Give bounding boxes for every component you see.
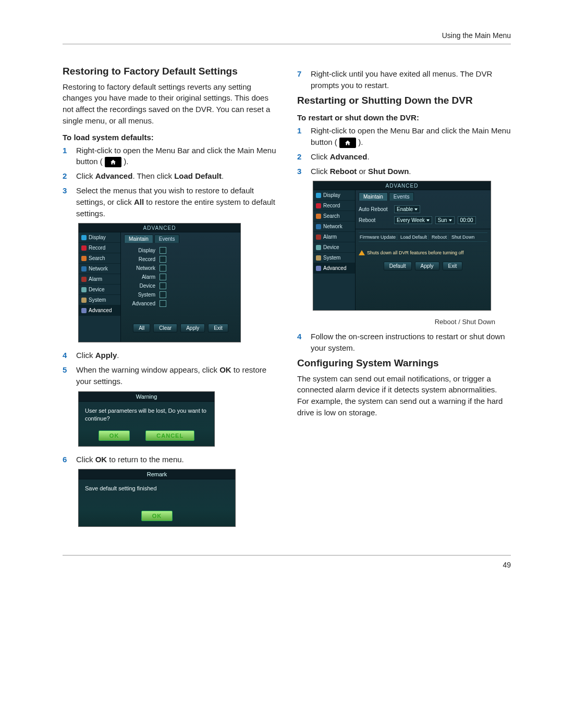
load-default-button[interactable]: Load Default — [399, 235, 429, 240]
ok-button[interactable]: OK — [141, 511, 173, 521]
advanced-icon — [81, 308, 87, 313]
checkbox-record[interactable] — [160, 256, 166, 263]
screenshot-warning-dialog: Warning User set parameters will be lost… — [78, 391, 215, 447]
screenshot-advanced-maintain: ADVANCED Display Record Search Network A… — [313, 181, 491, 311]
apply-button[interactable]: Apply — [180, 324, 205, 332]
step-1: 1 Right-click to open the Menu Bar and c… — [297, 125, 511, 148]
ok-button[interactable]: OK — [99, 430, 130, 441]
page-number: 49 — [63, 561, 511, 569]
auto-reboot-label: Auto Reboot — [359, 206, 391, 212]
checkbox-system[interactable] — [160, 291, 166, 298]
page: Using the Main Menu Restoring to Factory… — [0, 0, 563, 728]
step-text: Right-click to open the Menu Bar and cli… — [76, 145, 276, 168]
step-number: 5 — [63, 364, 70, 387]
subheading-load-defaults: To load system defaults: — [63, 133, 276, 142]
step-number: 1 — [297, 125, 304, 148]
step-1: 1 Right-click to open the Menu Bar and c… — [63, 145, 276, 168]
system-icon — [316, 255, 321, 261]
checkbox-alarm[interactable] — [160, 274, 166, 280]
left-column: Restoring to Factory Default Settings Re… — [63, 65, 276, 534]
figure-caption: Reboot / Shut Down — [297, 318, 495, 326]
record-icon — [81, 245, 87, 251]
step-number: 4 — [297, 331, 304, 354]
step-number: 3 — [63, 185, 70, 219]
device-icon — [81, 287, 87, 292]
chevron-down-icon — [426, 219, 430, 221]
advanced-main-panel: Maintain Events Auto Reboot Enable Reboo… — [356, 190, 491, 310]
remark-title: Remark — [79, 470, 235, 479]
remark-body: Save default setting finished — [79, 479, 235, 496]
subheading-restart-shutdown: To restart or shut down the DVR: — [297, 113, 511, 122]
step-number: 2 — [297, 151, 304, 163]
tab-maintain[interactable]: Maintain — [124, 235, 153, 243]
step-5: 5 When the warning window appears, click… — [63, 364, 276, 387]
tab-maintain[interactable]: Maintain — [359, 192, 388, 201]
step-7: 7 Right-click until you have exited all … — [297, 68, 511, 91]
warning-title: Warning — [79, 392, 214, 402]
bottom-rule — [63, 555, 511, 556]
two-column-layout: Restoring to Factory Default Settings Re… — [63, 65, 511, 534]
function-buttons-row: Firmware Update Load Default Reboot Shut… — [359, 232, 487, 242]
step-text: Select the menus that you wish to restor… — [76, 185, 276, 219]
reboot-day-dropdown[interactable]: Sun — [435, 216, 455, 224]
step-number: 1 — [63, 145, 70, 168]
display-icon — [81, 235, 87, 240]
right-column: 7 Right-click until you have exited all … — [297, 65, 511, 534]
home-icon — [339, 138, 356, 148]
screenshot-remark-dialog: Remark Save default setting finished OK — [78, 469, 236, 526]
all-button[interactable]: All — [133, 324, 150, 332]
step-2: 2 Click Advanced. Then click Load Defaul… — [63, 170, 276, 182]
checkbox-network[interactable] — [160, 265, 166, 272]
device-icon — [316, 245, 321, 250]
dialog-title: ADVANCED — [313, 181, 491, 190]
step-number: 6 — [63, 454, 70, 465]
advanced-main-panel: Maintain Events Display Record Network A… — [121, 232, 240, 342]
checkbox-display[interactable] — [160, 247, 166, 254]
step-6: 6 Click OK to return to the menu. — [63, 454, 276, 465]
step-3: 3 Select the menus that you wish to rest… — [63, 185, 276, 219]
heading-system-warnings: Configuring System Warnings — [297, 357, 511, 370]
step-number: 7 — [297, 68, 304, 91]
step-4: 4 Click Apply. — [63, 350, 276, 361]
default-button[interactable]: Default — [384, 262, 412, 270]
checkbox-device[interactable] — [160, 282, 166, 289]
clear-button[interactable]: Clear — [153, 324, 177, 332]
step-text: Click Advanced. Then click Load Default. — [76, 170, 276, 182]
auto-reboot-dropdown[interactable]: Enable — [394, 205, 420, 213]
firmware-update-button[interactable]: Firmware Update — [359, 235, 397, 240]
alarm-icon — [316, 235, 321, 240]
advanced-sidebar[interactable]: Display Record Search Network Alarm Devi… — [79, 232, 121, 342]
display-icon — [316, 193, 321, 198]
tab-events[interactable]: Events — [389, 192, 414, 201]
step-3: 3 Click Reboot or Shut Down. — [297, 166, 511, 177]
shut-down-button[interactable]: Shut Down — [450, 235, 475, 240]
system-icon — [81, 298, 87, 303]
record-icon — [316, 203, 321, 208]
step-4: 4 Follow the on-screen instructions to r… — [297, 331, 511, 354]
network-icon — [81, 266, 87, 272]
heading-restoring: Restoring to Factory Default Settings — [63, 65, 276, 78]
tab-events[interactable]: Events — [154, 235, 180, 243]
step-number: 3 — [297, 166, 304, 177]
search-icon — [316, 214, 321, 219]
cancel-button[interactable]: CANCEL — [145, 430, 194, 441]
reboot-button[interactable]: Reboot — [431, 235, 448, 240]
warning-body: User set parameters will be lost, Do you… — [79, 402, 214, 426]
heading-restart-shutdown: Restarting or Shutting Down the DVR — [297, 94, 511, 107]
chevron-down-icon — [414, 208, 418, 211]
intro-text: Restoring to factory default settings re… — [63, 81, 276, 127]
apply-button[interactable]: Apply — [415, 262, 439, 270]
chevron-down-icon — [449, 219, 452, 221]
shutdown-warning-note: Shuts down all DVR features before turni… — [359, 250, 487, 255]
exit-button[interactable]: Exit — [208, 324, 228, 332]
checkbox-advanced[interactable] — [160, 300, 166, 307]
warning-triangle-icon — [359, 250, 365, 255]
advanced-sidebar[interactable]: Display Record Search Network Alarm Devi… — [313, 190, 356, 310]
reboot-time-field[interactable]: 00:00 — [458, 216, 476, 224]
reboot-freq-dropdown[interactable]: Every Week — [394, 216, 432, 224]
step-number: 2 — [63, 170, 70, 182]
screenshot-advanced-load-default: ADVANCED Display Record Search Network A… — [78, 223, 241, 342]
exit-button[interactable]: Exit — [443, 262, 463, 270]
alarm-icon — [81, 277, 87, 282]
advanced-icon — [316, 266, 321, 271]
